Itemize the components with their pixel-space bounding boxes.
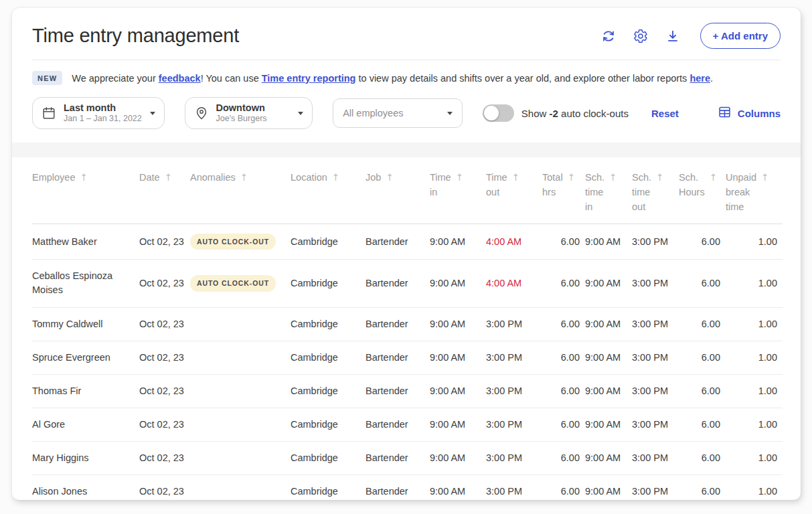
chevron-down-icon (150, 112, 155, 115)
column-header[interactable]: Date ↑ (139, 157, 190, 224)
column-header[interactable]: Employee ↑ (32, 157, 139, 224)
cell-location: Cambridge (291, 475, 366, 500)
column-header[interactable]: Anomalies ↑ (190, 157, 291, 224)
column-header[interactable]: Sch. time out ↑ (632, 157, 679, 224)
cell-sch-time-in: 9:00 AM (585, 408, 632, 441)
sort-ascending-icon: ↑ (165, 171, 173, 185)
column-header[interactable]: Time out ↑ (486, 157, 542, 224)
download-icon (665, 35, 680, 46)
cell-unpaid-break: 1.00 (726, 475, 783, 500)
column-header-label: Date (139, 171, 160, 185)
cell-sch-hours: 6.00 (679, 441, 726, 475)
auto-clockout-toggle-label: Show -2 auto clock-outs (521, 108, 629, 119)
cell-time-out: 4:00 AM (486, 260, 542, 307)
location-filter[interactable]: Downtown Joe's Burgers (185, 97, 313, 129)
sort-ascending-icon: ↑ (761, 171, 769, 185)
table-row[interactable]: Matthew Baker Oct 02, 23 AUTO CLOCK-OUT … (32, 224, 783, 260)
table-row[interactable]: Al Gore Oct 02, 23 Cambridge Bartender 9… (32, 408, 783, 441)
download-button[interactable] (665, 29, 680, 44)
cell-total-hrs: 6.00 (542, 260, 585, 307)
cell-date: Oct 02, 23 (139, 441, 190, 475)
sort-ascending-icon: ↑ (332, 171, 340, 185)
column-header-label: Time out (486, 171, 507, 200)
here-link[interactable]: here (689, 73, 710, 84)
cell-job: Bartender (366, 341, 430, 374)
column-header[interactable]: Sch. time in ↑ (585, 157, 632, 224)
cell-time-out: 4:00 AM (486, 224, 542, 260)
location-filter-value: Downtown (216, 102, 291, 114)
cell-anomalies (190, 475, 291, 500)
table-row[interactable]: Alison Jones Oct 02, 23 Cambridge Barten… (32, 475, 783, 500)
cell-employee: Alison Jones (32, 475, 139, 500)
cell-time-out: 3:00 PM (486, 374, 542, 408)
table-row[interactable]: Ceballos Espinoza Moises Oct 02, 23 AUTO… (32, 260, 783, 307)
cell-sch-time-out: 3:00 PM (632, 441, 679, 475)
cell-total-hrs: 6.00 (542, 341, 585, 374)
refresh-button[interactable] (601, 29, 616, 44)
sort-ascending-icon: ↑ (386, 171, 394, 185)
toggle-knob (484, 106, 499, 120)
auto-clock-out-badge: AUTO CLOCK-OUT (190, 234, 276, 250)
cell-date: Oct 02, 23 (139, 374, 190, 408)
cell-total-hrs: 6.00 (542, 224, 585, 260)
employee-filter-value: All employees (343, 108, 403, 118)
chevron-down-icon (447, 112, 453, 115)
cell-anomalies: AUTO CLOCK-OUT (190, 260, 291, 307)
column-header-label: Sch. time out (632, 171, 651, 214)
cell-sch-time-out: 3:00 PM (632, 341, 679, 374)
settings-button[interactable] (633, 29, 648, 44)
cell-anomalies (190, 307, 291, 341)
sort-ascending-icon: ↑ (656, 171, 664, 185)
refresh-icon (601, 35, 616, 46)
cell-location: Cambridge (291, 441, 366, 475)
cell-employee: Mary Higgins (32, 441, 139, 475)
cell-time-out: 3:00 PM (486, 441, 542, 475)
feedback-link[interactable]: feedback (159, 73, 201, 84)
header-actions: + Add entry (601, 23, 781, 49)
column-header[interactable]: Unpaid break time ↑ (726, 157, 783, 224)
cell-sch-hours: 6.00 (679, 260, 726, 307)
cell-employee: Spruce Evergreen (32, 341, 139, 374)
cell-time-out: 3:00 PM (486, 408, 542, 441)
column-header-label: Time in (430, 171, 451, 200)
table-row[interactable]: Spruce Evergreen Oct 02, 23 Cambridge Ba… (32, 341, 783, 374)
column-header[interactable]: Location ↑ (291, 157, 366, 224)
table-row[interactable]: Tommy Caldwell Oct 02, 23 Cambridge Bart… (32, 307, 783, 341)
cell-date: Oct 02, 23 (139, 260, 190, 307)
column-header[interactable]: Sch. Hours ↑ (679, 157, 726, 224)
table-row[interactable]: Mary Higgins Oct 02, 23 Cambridge Barten… (32, 441, 783, 475)
time-entry-reporting-link[interactable]: Time entry reporting (262, 73, 356, 84)
column-header[interactable]: Time in ↑ (430, 157, 486, 224)
cell-anomalies (190, 374, 291, 408)
cell-sch-time-in: 9:00 AM (585, 224, 632, 260)
add-entry-button[interactable]: + Add entry (700, 23, 781, 49)
columns-button[interactable]: Columns (718, 105, 781, 121)
columns-button-label: Columns (738, 108, 781, 119)
column-header[interactable]: Total hrs ↑ (542, 157, 585, 224)
cell-location: Cambridge (291, 341, 366, 374)
cell-time-in: 9:00 AM (430, 408, 486, 441)
cell-sch-time-out: 3:00 PM (632, 374, 679, 408)
cell-unpaid-break: 1.00 (726, 341, 783, 374)
section-divider (12, 143, 801, 157)
cell-date: Oct 02, 23 (139, 224, 190, 260)
date-range-filter[interactable]: Last month Jan 1 – Jan 31, 2022 (32, 97, 165, 129)
cell-total-hrs: 6.00 (542, 475, 585, 500)
column-header-label: Unpaid break time (726, 171, 756, 214)
cell-anomalies (190, 341, 291, 374)
cell-sch-time-out: 3:00 PM (632, 475, 679, 500)
date-filter-value: Last month (64, 102, 143, 114)
reset-button[interactable]: Reset (651, 108, 679, 119)
column-header[interactable]: Job ↑ (366, 157, 430, 224)
cell-time-in: 9:00 AM (430, 374, 486, 408)
column-header-label: Anomalies (190, 171, 236, 185)
employee-filter[interactable]: All employees (333, 98, 463, 128)
sort-ascending-icon: ↑ (80, 171, 88, 185)
auto-clockout-toggle[interactable] (483, 104, 514, 122)
cell-location: Cambridge (291, 224, 366, 260)
cell-employee: Tommy Caldwell (32, 307, 139, 341)
page-title: Time entry management (32, 25, 239, 47)
column-header-label: Sch. Hours (679, 171, 705, 200)
cell-unpaid-break: 1.00 (726, 374, 783, 408)
table-row[interactable]: Thomas Fir Oct 02, 23 Cambridge Bartende… (32, 374, 783, 408)
